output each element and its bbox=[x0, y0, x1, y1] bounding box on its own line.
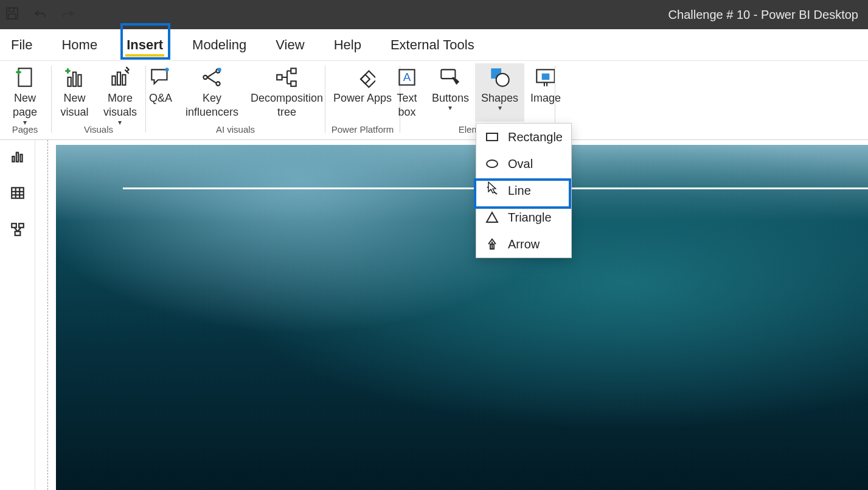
group-label-ai-visuals: AI visuals bbox=[147, 122, 324, 136]
shape-option-label: Triangle bbox=[508, 211, 552, 225]
text-box-button[interactable]: A Text box bbox=[388, 63, 426, 122]
group-visuals: New visual More visuals ▾ Visuals bbox=[53, 61, 144, 139]
report-canvas[interactable] bbox=[56, 145, 868, 490]
shape-option-label: Arrow bbox=[508, 237, 540, 251]
svg-point-14 bbox=[165, 68, 168, 71]
ribbon-tabs: File Home Insert Modeling View Help Exte… bbox=[0, 29, 868, 61]
svg-rect-13 bbox=[123, 75, 126, 85]
key-influencers-label: Key influencers bbox=[186, 91, 238, 120]
image-label: Image bbox=[530, 91, 561, 105]
text-box-icon: A bbox=[394, 65, 420, 90]
key-influencers-icon bbox=[199, 65, 224, 90]
decomposition-tree-icon bbox=[274, 65, 300, 90]
data-view-button[interactable] bbox=[10, 185, 26, 203]
power-apps-icon bbox=[350, 65, 375, 90]
tab-external-tools[interactable]: External Tools bbox=[387, 29, 478, 60]
svg-rect-48 bbox=[19, 223, 24, 228]
shape-option-arrow[interactable]: Arrow bbox=[476, 231, 571, 257]
svg-point-53 bbox=[487, 160, 498, 167]
chevron-down-icon: ▾ bbox=[498, 105, 502, 111]
shape-option-triangle[interactable]: Triangle bbox=[476, 204, 571, 231]
shapes-icon bbox=[487, 65, 513, 90]
group-label-power-platform: Power Platform bbox=[327, 122, 398, 136]
cursor-icon bbox=[487, 181, 498, 197]
buttons-button[interactable]: Buttons ▾ bbox=[426, 63, 475, 122]
qna-button[interactable]: Q&A bbox=[142, 63, 179, 122]
key-influencers-button[interactable]: Key influencers bbox=[179, 63, 245, 122]
rectangle-icon bbox=[485, 130, 499, 144]
svg-rect-6 bbox=[68, 77, 71, 86]
svg-rect-12 bbox=[117, 72, 120, 85]
power-apps-label: Power Apps bbox=[333, 91, 392, 105]
redo-icon[interactable] bbox=[61, 6, 75, 24]
new-page-icon bbox=[12, 65, 38, 90]
decomposition-tree-label: Decomposition tree bbox=[251, 91, 323, 120]
tab-insert[interactable]: Insert bbox=[123, 29, 167, 60]
new-visual-button[interactable]: New visual bbox=[53, 63, 96, 122]
group-pages: New page ▾ Pages bbox=[0, 61, 50, 139]
view-switcher bbox=[0, 140, 35, 490]
new-page-button[interactable]: New page ▾ bbox=[0, 63, 50, 122]
save-icon[interactable] bbox=[5, 6, 19, 24]
shape-option-label: Rectangle bbox=[508, 130, 563, 144]
more-visuals-icon bbox=[107, 65, 133, 90]
qna-label: Q&A bbox=[149, 91, 172, 105]
svg-rect-36 bbox=[542, 74, 550, 80]
more-visuals-button[interactable]: More visuals ▾ bbox=[96, 63, 144, 122]
svg-rect-42 bbox=[12, 187, 24, 198]
svg-rect-11 bbox=[113, 76, 116, 85]
ribbon: New page ▾ Pages New visual More visuals… bbox=[0, 61, 868, 140]
power-apps-button[interactable]: Power Apps bbox=[327, 63, 398, 122]
text-box-label: Text box bbox=[394, 91, 420, 120]
qna-icon bbox=[148, 65, 173, 90]
new-page-label: New page bbox=[6, 91, 44, 120]
svg-text:A: A bbox=[403, 71, 411, 83]
tab-help[interactable]: Help bbox=[330, 29, 365, 60]
new-visual-icon bbox=[61, 65, 87, 90]
svg-rect-41 bbox=[20, 155, 22, 162]
report-view-button[interactable] bbox=[10, 149, 26, 167]
shape-option-oval[interactable]: Oval bbox=[476, 150, 571, 177]
svg-rect-2 bbox=[9, 14, 16, 19]
svg-rect-21 bbox=[277, 75, 282, 80]
shape-option-label: Line bbox=[508, 184, 531, 198]
decomposition-tree-button[interactable]: Decomposition tree bbox=[245, 63, 329, 122]
svg-rect-52 bbox=[487, 133, 498, 141]
svg-rect-39 bbox=[12, 156, 14, 162]
tab-home[interactable]: Home bbox=[58, 29, 101, 60]
more-visuals-label: More visuals bbox=[102, 91, 138, 120]
triangle-icon bbox=[485, 210, 499, 225]
window-title: Challenge # 10 - Power BI Desktop bbox=[668, 8, 858, 22]
shape-option-rectangle[interactable]: Rectangle bbox=[476, 124, 571, 150]
shape-option-line[interactable]: Line bbox=[476, 177, 571, 204]
shapes-dropdown-menu: Rectangle Oval Line Triangle bbox=[476, 123, 572, 258]
separator bbox=[325, 66, 325, 133]
svg-line-19 bbox=[207, 77, 217, 83]
separator bbox=[51, 66, 52, 133]
svg-rect-49 bbox=[15, 231, 20, 236]
svg-rect-7 bbox=[73, 72, 76, 86]
tab-view[interactable]: View bbox=[272, 29, 308, 60]
svg-rect-40 bbox=[16, 153, 18, 162]
svg-point-34 bbox=[496, 74, 509, 86]
shape-option-label: Oval bbox=[508, 157, 533, 171]
image-button[interactable]: Image bbox=[524, 63, 567, 122]
ruler-guide bbox=[47, 140, 48, 490]
new-visual-label: New visual bbox=[59, 91, 90, 120]
chevron-down-icon: ▾ bbox=[448, 105, 452, 111]
svg-rect-29 bbox=[361, 75, 370, 84]
svg-point-15 bbox=[204, 75, 207, 79]
svg-point-17 bbox=[217, 82, 220, 85]
shapes-button[interactable]: Shapes ▾ bbox=[475, 63, 524, 122]
title-bar: Challenge # 10 - Power BI Desktop bbox=[0, 0, 868, 29]
oval-icon bbox=[485, 156, 499, 171]
model-view-button[interactable] bbox=[10, 222, 26, 240]
buttons-icon bbox=[437, 65, 463, 90]
arrow-icon bbox=[485, 237, 499, 251]
group-label-pages: Pages bbox=[0, 122, 50, 136]
undo-icon[interactable] bbox=[33, 6, 47, 24]
svg-rect-22 bbox=[291, 68, 296, 73]
tab-file[interactable]: File bbox=[7, 29, 36, 60]
svg-rect-3 bbox=[19, 68, 32, 86]
tab-modeling[interactable]: Modeling bbox=[189, 29, 250, 60]
